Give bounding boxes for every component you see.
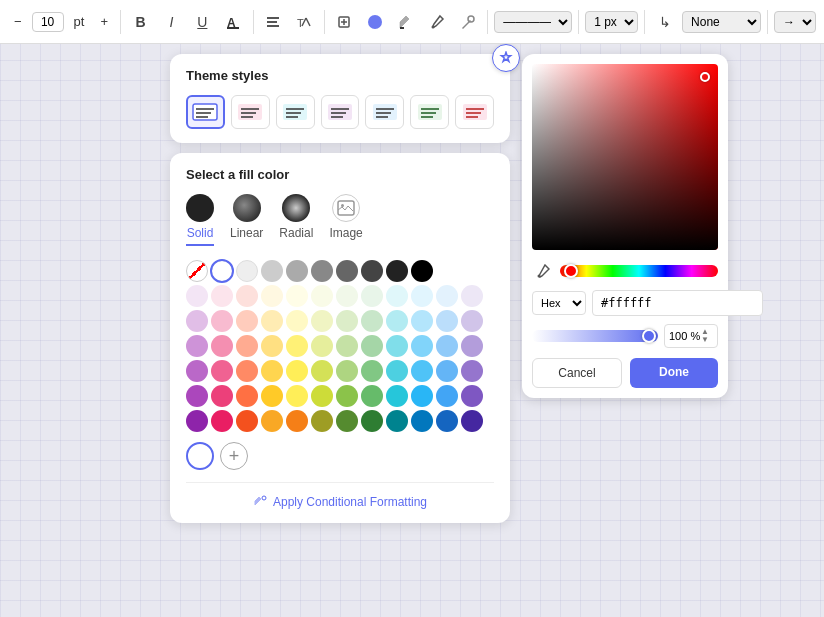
c-r3-3[interactable]: [236, 310, 258, 332]
c-r2-8[interactable]: [361, 285, 383, 307]
c-r5-1[interactable]: [186, 360, 208, 382]
c-r2-7[interactable]: [336, 285, 358, 307]
c-r6-1[interactable]: [186, 385, 208, 407]
opacity-input[interactable]: [669, 330, 701, 342]
eyedropper-btn[interactable]: [532, 260, 554, 282]
underline-btn[interactable]: U: [189, 8, 216, 36]
corner-select[interactable]: None Rounded: [682, 11, 761, 33]
c-r3-6[interactable]: [311, 310, 333, 332]
c-r2-2[interactable]: [211, 285, 233, 307]
c-r3-4[interactable]: [261, 310, 283, 332]
c-r2-11[interactable]: [436, 285, 458, 307]
c-r7-7[interactable]: [336, 410, 358, 432]
c-r7-9[interactable]: [386, 410, 408, 432]
c-r4-12[interactable]: [461, 335, 483, 357]
theme-option-pink[interactable]: [231, 95, 270, 129]
color-gray-7[interactable]: [386, 260, 408, 282]
c-r2-6[interactable]: [311, 285, 333, 307]
tab-image[interactable]: Image: [329, 194, 362, 246]
font-size-plus[interactable]: +: [94, 10, 114, 33]
c-r6-5[interactable]: [286, 385, 308, 407]
tab-solid[interactable]: Solid: [186, 194, 214, 246]
c-r5-6[interactable]: [311, 360, 333, 382]
align-btn[interactable]: [260, 8, 287, 36]
c-r2-10[interactable]: [411, 285, 433, 307]
c-r4-1[interactable]: [186, 335, 208, 357]
c-r7-8[interactable]: [361, 410, 383, 432]
dropper-btn[interactable]: [423, 8, 450, 36]
bold-btn[interactable]: B: [127, 8, 154, 36]
c-r7-6[interactable]: [311, 410, 333, 432]
c-r4-4[interactable]: [261, 335, 283, 357]
font-size-input[interactable]: [32, 12, 64, 32]
font-size-minus[interactable]: −: [8, 10, 28, 33]
theme-option-green[interactable]: [410, 95, 449, 129]
c-r6-2[interactable]: [211, 385, 233, 407]
c-r4-3[interactable]: [236, 335, 258, 357]
pin-button[interactable]: [492, 44, 520, 72]
fill-color-btn[interactable]: [362, 8, 389, 36]
color-gray-1[interactable]: [236, 260, 258, 282]
opacity-stepper[interactable]: ▲ ▼: [701, 328, 709, 344]
c-r2-4[interactable]: [261, 285, 283, 307]
c-r3-9[interactable]: [386, 310, 408, 332]
c-r4-2[interactable]: [211, 335, 233, 357]
c-r4-11[interactable]: [436, 335, 458, 357]
c-r2-12[interactable]: [461, 285, 483, 307]
c-r4-5[interactable]: [286, 335, 308, 357]
c-r5-9[interactable]: [386, 360, 408, 382]
color-black[interactable]: [411, 260, 433, 282]
arrow-select[interactable]: → ← ↔: [774, 11, 816, 33]
theme-option-default[interactable]: [186, 95, 225, 129]
theme-option-blue[interactable]: [365, 95, 404, 129]
c-r6-4[interactable]: [261, 385, 283, 407]
c-r4-6[interactable]: [311, 335, 333, 357]
c-r5-4[interactable]: [261, 360, 283, 382]
c-r7-4[interactable]: [261, 410, 283, 432]
c-r5-12[interactable]: [461, 360, 483, 382]
c-r2-9[interactable]: [386, 285, 408, 307]
done-button[interactable]: Done: [630, 358, 718, 388]
opacity-slider[interactable]: [532, 330, 658, 342]
c-r6-10[interactable]: [411, 385, 433, 407]
color-format-select[interactable]: Hex RGB HSL: [532, 291, 586, 315]
color-transparent[interactable]: [186, 260, 208, 282]
c-r3-5[interactable]: [286, 310, 308, 332]
c-r5-7[interactable]: [336, 360, 358, 382]
theme-option-teal[interactable]: [276, 95, 315, 129]
c-r2-3[interactable]: [236, 285, 258, 307]
color-gray-6[interactable]: [361, 260, 383, 282]
font-color-btn[interactable]: A: [220, 8, 247, 36]
color-gray-4[interactable]: [311, 260, 333, 282]
c-r7-11[interactable]: [436, 410, 458, 432]
c-r3-11[interactable]: [436, 310, 458, 332]
c-r7-3[interactable]: [236, 410, 258, 432]
opacity-down[interactable]: ▼: [701, 336, 709, 344]
theme-option-purple[interactable]: [321, 95, 360, 129]
hue-slider[interactable]: [560, 265, 718, 277]
c-r5-5[interactable]: [286, 360, 308, 382]
c-r3-12[interactable]: [461, 310, 483, 332]
tab-radial[interactable]: Radial: [279, 194, 313, 246]
c-r4-10[interactable]: [411, 335, 433, 357]
insert-btn[interactable]: [331, 8, 358, 36]
cancel-button[interactable]: Cancel: [532, 358, 622, 388]
c-r7-5[interactable]: [286, 410, 308, 432]
c-r4-7[interactable]: [336, 335, 358, 357]
c-r6-11[interactable]: [436, 385, 458, 407]
c-r6-12[interactable]: [461, 385, 483, 407]
c-r3-1[interactable]: [186, 310, 208, 332]
apply-formatting-btn[interactable]: Apply Conditional Formatting: [186, 482, 494, 509]
c-r5-3[interactable]: [236, 360, 258, 382]
custom-color-1[interactable]: [186, 442, 214, 470]
c-r5-2[interactable]: [211, 360, 233, 382]
c-r6-3[interactable]: [236, 385, 258, 407]
text-format-btn[interactable]: T: [291, 8, 318, 36]
c-r3-10[interactable]: [411, 310, 433, 332]
c-r5-11[interactable]: [436, 360, 458, 382]
c-r2-1[interactable]: [186, 285, 208, 307]
hex-input[interactable]: [592, 290, 763, 316]
color-gray-5[interactable]: [336, 260, 358, 282]
c-r4-8[interactable]: [361, 335, 383, 357]
line-style-select[interactable]: ———— - - - -: [494, 11, 572, 33]
